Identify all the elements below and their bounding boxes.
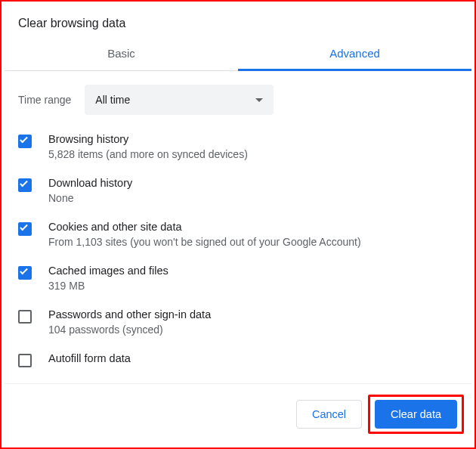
highlight-box: Clear data (368, 395, 464, 434)
tab-basic[interactable]: Basic (5, 38, 238, 70)
item-title: Passwords and other sign-in data (48, 308, 211, 320)
options-list: Browsing history 5,828 items (and more o… (18, 133, 458, 375)
checkbox-download-history[interactable] (18, 178, 32, 192)
checkbox-browsing-history[interactable] (18, 135, 32, 148)
item-subtitle: None (48, 192, 132, 204)
list-item: Autofill form data (18, 352, 458, 367)
time-range-select[interactable]: All time (85, 85, 274, 115)
dialog-title: Clear browsing data (5, 5, 471, 38)
dialog-body[interactable]: Time range All time Browsing history 5,8… (5, 71, 471, 383)
clear-browsing-data-dialog: Clear browsing data Basic Advanced Time … (5, 5, 471, 444)
item-title: Download history (48, 177, 132, 189)
list-item: Cached images and files 319 MB (18, 265, 458, 292)
list-item: Browsing history 5,828 items (and more o… (18, 133, 458, 160)
item-title: Autofill form data (48, 352, 131, 364)
checkbox-cookies[interactable] (18, 222, 32, 236)
item-title: Cookies and other site data (48, 221, 361, 233)
item-subtitle: 5,828 items (and more on synced devices) (48, 148, 248, 160)
tabs: Basic Advanced (5, 38, 471, 71)
checkbox-cached-images[interactable] (18, 266, 32, 280)
time-range-label: Time range (18, 94, 71, 106)
cancel-button[interactable]: Cancel (296, 400, 362, 429)
item-title: Browsing history (48, 133, 248, 145)
item-subtitle: 319 MB (48, 280, 168, 292)
list-item: Passwords and other sign-in data 104 pas… (18, 308, 458, 336)
time-range-value: All time (95, 94, 130, 106)
item-subtitle: 104 passwords (synced) (48, 324, 211, 336)
tab-advanced[interactable]: Advanced (238, 38, 471, 70)
checkbox-autofill[interactable] (18, 354, 32, 367)
check-icon (20, 267, 28, 275)
list-item: Cookies and other site data From 1,103 s… (18, 221, 458, 248)
checkbox-passwords[interactable] (18, 310, 32, 324)
list-item: Download history None (18, 177, 458, 204)
item-title: Cached images and files (48, 265, 168, 277)
check-icon (20, 223, 28, 231)
check-icon (20, 135, 28, 144)
clear-data-button[interactable]: Clear data (375, 400, 457, 429)
check-icon (20, 179, 28, 187)
time-range-row: Time range All time (18, 85, 458, 115)
chevron-down-icon (255, 98, 263, 102)
item-subtitle: From 1,103 sites (you won't be signed ou… (48, 236, 361, 248)
dialog-footer: Cancel Clear data (5, 383, 471, 444)
